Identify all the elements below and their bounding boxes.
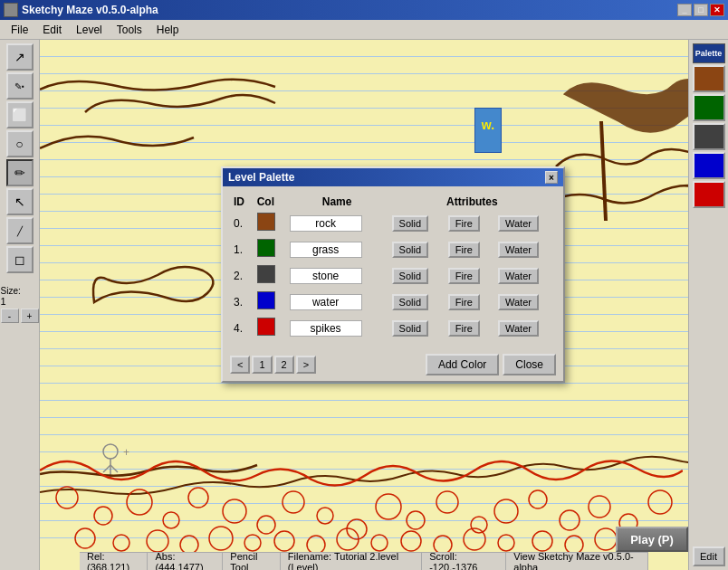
dialog-content: ID Col Name Attributes 0.SolidFireWater1… — [223, 186, 563, 348]
minimize-button[interactable]: _ — [677, 4, 692, 16]
row-name-cell — [286, 315, 388, 341]
palette-row: 0.SolidFireWater — [230, 210, 556, 236]
attr-fire-button[interactable]: Fire — [448, 242, 480, 258]
left-toolbar: ↗ ✎▪ ⬜ ○ ✏ ↖ ╱ ◻ Size: 1 - + — [0, 40, 40, 570]
color-brown[interactable] — [693, 65, 725, 92]
row-name-cell — [286, 289, 388, 315]
row-color-swatch[interactable] — [254, 210, 286, 236]
row-id: 2. — [230, 262, 254, 289]
row-name-input[interactable] — [290, 320, 362, 337]
attr-cell: Water — [494, 289, 556, 315]
prev-page-button[interactable]: < — [230, 356, 250, 374]
attr-water-button[interactable]: Water — [498, 215, 539, 232]
dialog-footer: < 1 2 > Add Color Close — [223, 348, 563, 381]
row-id: 4. — [230, 315, 254, 341]
color-dark-green[interactable] — [693, 94, 725, 121]
row-name-input[interactable] — [290, 268, 362, 284]
row-id: 3. — [230, 289, 254, 315]
level-palette-dialog: Level Palette × ID Col Name Attributes — [221, 166, 565, 383]
close-dialog-button[interactable]: Close — [503, 354, 556, 375]
main-area: ↗ ✎▪ ⬜ ○ ✏ ↖ ╱ ◻ Size: 1 - + — [0, 40, 728, 570]
attr-water-button[interactable]: Water — [498, 320, 539, 337]
attr-solid-button[interactable]: Solid — [392, 242, 428, 258]
next-page-button[interactable]: > — [296, 356, 316, 374]
maximize-button[interactable]: □ — [694, 4, 708, 16]
page-nav: < 1 2 > — [230, 356, 316, 374]
dialog-titlebar: Level Palette × — [223, 168, 563, 186]
page-2[interactable]: 2 — [274, 356, 294, 374]
eraser-tool[interactable]: ◻ — [6, 246, 34, 273]
palette-row: 1.SolidFireWater — [230, 236, 556, 262]
attr-water-button[interactable]: Water — [498, 268, 539, 284]
pencil-small-tool[interactable]: ✎▪ — [6, 72, 34, 100]
close-button[interactable]: ✕ — [710, 4, 724, 16]
add-color-button[interactable]: Add Color — [426, 354, 499, 375]
arrow-tool[interactable]: ↗ — [6, 43, 34, 71]
palette-row: 4.SolidFireWater — [230, 315, 556, 341]
color-red[interactable] — [693, 181, 725, 208]
edit-button[interactable]: Edit — [693, 546, 725, 566]
pointer-tool[interactable]: ↖ — [6, 188, 34, 215]
col-col: Col — [254, 194, 286, 210]
attr-cell: Solid — [388, 210, 445, 236]
attr-water-button[interactable]: Water — [498, 242, 539, 258]
size-decrease-button[interactable]: - — [1, 309, 19, 323]
size-section: Size: 1 - + — [1, 282, 39, 323]
rect-tool[interactable]: ⬜ — [6, 101, 34, 128]
palette-rows: 0.SolidFireWater1.SolidFireWater2.SolidF… — [230, 210, 556, 341]
menubar: File Edit Level Tools Help — [0, 20, 728, 40]
palette-row: 3.SolidFireWater — [230, 289, 556, 315]
row-name-cell — [286, 210, 388, 236]
col-name: Name — [286, 194, 388, 210]
size-label: Size: — [1, 286, 39, 296]
window-title: Sketchy Maze v0.5.0-alpha — [22, 4, 158, 16]
row-name-input[interactable] — [290, 294, 362, 310]
col-id: ID — [230, 194, 254, 210]
attr-solid-button[interactable]: Solid — [392, 215, 428, 232]
menu-tools[interactable]: Tools — [110, 22, 149, 38]
row-id: 0. — [230, 210, 254, 236]
attr-solid-button[interactable]: Solid — [392, 320, 428, 337]
dialog-close-button[interactable]: × — [545, 171, 558, 184]
attr-solid-button[interactable]: Solid — [392, 294, 428, 310]
menu-edit[interactable]: Edit — [35, 22, 69, 38]
row-name-input[interactable] — [290, 215, 362, 232]
attr-cell: Water — [494, 210, 556, 236]
row-color-swatch[interactable] — [254, 236, 286, 262]
row-name-input[interactable] — [290, 242, 362, 258]
color-dark-gray[interactable] — [693, 123, 725, 150]
attr-cell: Solid — [388, 262, 445, 289]
color-blue[interactable] — [693, 152, 725, 179]
pencil-tool[interactable]: ✏ — [6, 159, 34, 186]
attr-cell: Water — [494, 236, 556, 262]
canvas-area[interactable]: + w. — [40, 40, 688, 570]
row-color-swatch[interactable] — [254, 315, 286, 341]
attr-fire-button[interactable]: Fire — [448, 268, 480, 284]
menu-help[interactable]: Help — [149, 22, 187, 38]
attr-cell: Fire — [445, 262, 494, 289]
line-tool[interactable]: ╱ — [6, 217, 34, 244]
row-color-swatch[interactable] — [254, 262, 286, 289]
right-palette: Palette Edit — [688, 40, 728, 570]
size-increase-button[interactable]: + — [21, 309, 39, 323]
page-1[interactable]: 1 — [252, 356, 272, 374]
row-color-swatch[interactable] — [254, 289, 286, 315]
footer-buttons: Add Color Close — [426, 354, 556, 375]
palette-button[interactable]: Palette — [693, 43, 725, 63]
attr-solid-button[interactable]: Solid — [392, 268, 428, 284]
attr-cell: Water — [494, 315, 556, 341]
attr-fire-button[interactable]: Fire — [448, 294, 480, 310]
col-attributes: Attributes — [388, 194, 556, 210]
ellipse-tool[interactable]: ○ — [6, 130, 34, 157]
palette-table: ID Col Name Attributes 0.SolidFireWater1… — [230, 194, 556, 341]
titlebar: Sketchy Maze v0.5.0-alpha _ □ ✕ — [0, 0, 728, 20]
attr-fire-button[interactable]: Fire — [448, 215, 480, 232]
menu-file[interactable]: File — [4, 22, 35, 38]
dialog-overlay: Level Palette × ID Col Name Attributes — [40, 40, 688, 570]
menu-level[interactable]: Level — [69, 22, 110, 38]
attr-water-button[interactable]: Water — [498, 294, 539, 310]
attr-fire-button[interactable]: Fire — [448, 320, 480, 337]
titlebar-controls: _ □ ✕ — [677, 4, 724, 16]
row-id: 1. — [230, 236, 254, 262]
attr-cell: Fire — [445, 236, 494, 262]
